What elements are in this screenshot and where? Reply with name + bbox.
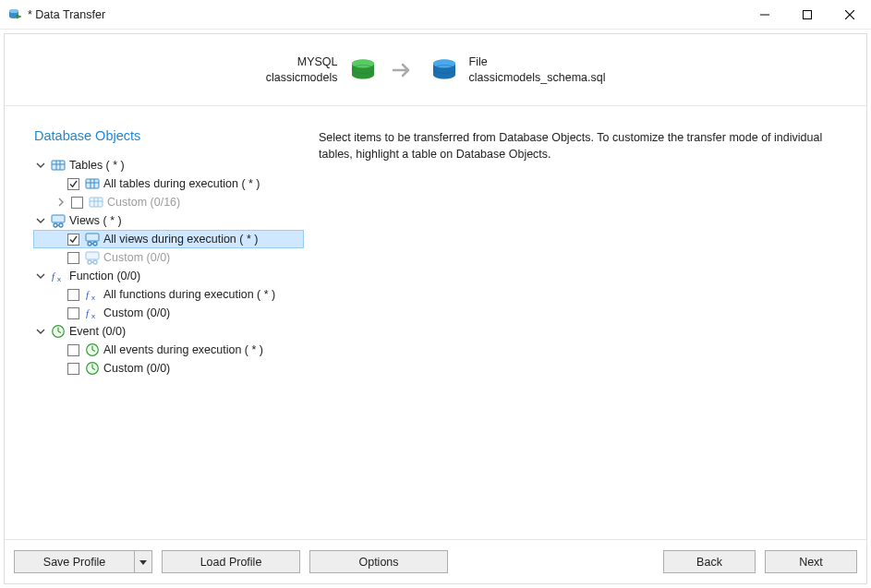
close-button[interactable] [829,0,871,30]
bottom-bar: Save Profile Load Profile Options Back N… [5,539,866,583]
checkbox[interactable] [67,289,79,301]
tree-label: Custom (0/0) [103,306,170,319]
minimize-button[interactable] [744,0,786,30]
svg-rect-25 [52,215,65,222]
chevron-down-icon[interactable] [34,327,47,336]
tree-label: Event (0/0) [69,325,126,338]
left-pane: Database Objects Tables ( * ) All tables… [34,128,304,524]
load-profile-button[interactable]: Load Profile [162,550,300,573]
chevron-down-icon[interactable] [34,271,47,281]
content-frame: MYSQL classicmodels File classicmodels_s… [4,33,867,584]
title-bar: * Data Transfer [0,0,871,30]
tree-node-tables-custom[interactable]: Custom (0/16) [34,193,304,211]
tree-label: All tables during execution ( * ) [103,177,260,190]
source-name: classicmodels [255,70,338,86]
tree-label: Function (0/0) [69,270,140,282]
svg-point-35 [93,260,97,264]
chevron-right-icon[interactable] [54,198,67,207]
svg-point-31 [93,242,97,246]
clock-icon [85,342,100,357]
svg-point-8 [352,59,374,67]
view-icon [85,232,100,246]
svg-point-30 [88,242,91,246]
tree-node-functions[interactable]: fx Function (0/0) [34,267,304,285]
checkbox[interactable] [71,197,83,209]
svg-rect-33 [86,252,99,259]
source-block: MYSQL classicmodels [255,54,377,86]
svg-rect-13 [52,161,65,170]
tree-label: Custom (0/0) [103,251,170,264]
maximize-button[interactable] [786,0,829,30]
dest-type: File [469,54,617,70]
tree-node-functions-all[interactable]: fx All functions during execution ( * ) [34,285,304,304]
checkbox[interactable] [67,234,79,246]
main-area: Database Objects Tables ( * ) All tables… [5,106,866,539]
svg-rect-21 [90,198,103,207]
tree-node-functions-custom[interactable]: fx Custom (0/0) [34,304,304,322]
tree-node-views[interactable]: Views ( * ) [34,211,304,230]
function-icon: fx [85,306,100,320]
svg-point-27 [59,223,63,227]
options-button[interactable]: Options [309,550,448,573]
tree-node-tables[interactable]: Tables ( * ) [34,156,304,174]
tree-label: Views ( * ) [69,214,122,227]
description-pane: Select items to be transferred from Data… [319,128,848,524]
tree-label: Tables ( * ) [69,159,125,172]
tree-node-events-all[interactable]: All events during execution ( * ) [34,341,304,359]
app-icon [7,7,22,22]
save-profile-dropdown[interactable] [134,550,152,573]
svg-text:x: x [57,275,61,283]
chevron-down-icon[interactable] [34,161,47,170]
view-icon [51,213,66,228]
svg-point-26 [54,223,57,227]
source-type: MYSQL [255,54,338,70]
back-button[interactable]: Back [663,550,756,573]
save-profile-button[interactable]: Save Profile [14,550,134,573]
checkbox[interactable] [67,363,79,375]
arrow-icon [392,62,416,78]
description-text: Select items to be transferred from Data… [319,131,822,161]
function-icon: fx [85,287,100,302]
tree-node-views-all[interactable]: All views during execution ( * ) [33,230,304,248]
tree-node-tables-all[interactable]: All tables during execution ( * ) [34,174,304,193]
svg-text:f: f [52,270,56,282]
svg-rect-17 [86,179,99,188]
tree-label: All views during execution ( * ) [103,233,258,246]
checkbox[interactable] [67,178,79,190]
svg-point-11 [433,59,455,67]
checkbox[interactable] [67,252,79,264]
function-icon: fx [51,269,66,283]
tree-label: All functions during execution ( * ) [103,288,275,301]
svg-text:x: x [91,312,95,320]
table-icon [85,176,100,191]
view-icon [85,250,100,265]
table-icon [89,195,103,210]
clock-icon [51,324,66,339]
transfer-header: MYSQL classicmodels File classicmodels_s… [5,34,866,106]
tree-node-events-custom[interactable]: Custom (0/0) [34,359,304,378]
checkbox[interactable] [67,307,79,319]
tree-label: All events during execution ( * ) [103,343,263,356]
section-title: Database Objects [34,128,304,143]
table-icon [51,158,66,173]
objects-tree[interactable]: Tables ( * ) All tables during execution… [34,156,304,378]
svg-marker-52 [139,560,147,565]
dest-name: classicmodels_schema.sql [469,70,617,86]
tree-node-views-custom[interactable]: Custom (0/0) [34,248,304,267]
svg-point-34 [88,260,91,264]
svg-rect-4 [804,10,812,18]
window-controls [744,0,871,30]
tree-label: Custom (0/0) [103,362,170,375]
next-button[interactable]: Next [765,550,857,573]
database-icon [430,59,458,81]
svg-rect-29 [86,234,99,241]
svg-point-1 [9,9,18,13]
svg-text:f: f [86,289,91,300]
save-profile-split-button[interactable]: Save Profile [14,550,152,573]
tree-node-events[interactable]: Event (0/0) [34,322,304,341]
svg-text:x: x [91,294,95,302]
checkbox[interactable] [67,344,79,356]
svg-marker-2 [17,15,21,18]
chevron-down-icon[interactable] [34,216,47,225]
clock-icon [85,361,100,376]
